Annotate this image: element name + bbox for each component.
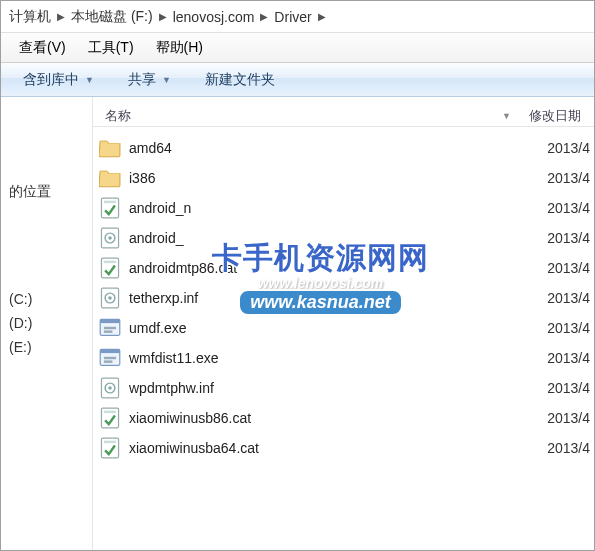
column-name-header[interactable]: 名称: [93, 107, 502, 125]
svg-rect-6: [104, 261, 116, 263]
include-in-library-button[interactable]: 含到库中 ▼: [11, 67, 106, 93]
new-folder-button[interactable]: 新建文件夹: [193, 67, 287, 93]
chevron-right-icon: ▶: [57, 11, 65, 22]
svg-rect-22: [104, 411, 116, 413]
file-row[interactable]: wpdmtphw.inf2013/4: [93, 373, 594, 403]
file-name: umdf.exe: [127, 320, 529, 336]
svg-point-4: [108, 236, 112, 240]
file-pane: 名称 ▼ 修改日期 amd642013/4i3862013/4android_n…: [93, 97, 594, 551]
file-name: xiaomiwinusba64.cat: [127, 440, 529, 456]
chevron-right-icon: ▶: [159, 11, 167, 22]
content-area: 的位置 (C:) (D:) (E:) 名称 ▼ 修改日期 amd642013/4…: [1, 97, 594, 551]
svg-rect-13: [104, 330, 113, 332]
svg-point-20: [108, 386, 112, 390]
file-row[interactable]: wmfdist11.exe2013/4: [93, 343, 594, 373]
file-row[interactable]: android_n2013/4: [93, 193, 594, 223]
file-name: amd64: [127, 140, 529, 156]
svg-rect-15: [100, 349, 120, 353]
share-button[interactable]: 共享 ▼: [116, 67, 183, 93]
share-label: 共享: [128, 71, 156, 89]
include-label: 含到库中: [23, 71, 79, 89]
svg-rect-24: [104, 441, 116, 443]
menubar: 查看(V) 工具(T) 帮助(H): [1, 33, 594, 63]
settings-file-icon: [99, 287, 121, 309]
application-icon: [99, 317, 121, 339]
catalog-file-icon: [99, 197, 121, 219]
nav-drive-e[interactable]: (E:): [1, 335, 92, 359]
file-row[interactable]: tetherxp.inf2013/4: [93, 283, 594, 313]
column-name-label: 名称: [105, 108, 131, 123]
file-row[interactable]: androidmtp86.cat2013/4: [93, 253, 594, 283]
chevron-down-icon: ▼: [162, 75, 171, 85]
file-date: 2013/4: [529, 410, 594, 426]
folder-icon: [99, 167, 121, 189]
svg-rect-12: [104, 327, 116, 329]
menu-tools[interactable]: 工具(T): [78, 35, 144, 61]
svg-point-9: [108, 296, 112, 300]
toolbar: 含到库中 ▼ 共享 ▼ 新建文件夹: [1, 63, 594, 97]
file-date: 2013/4: [529, 350, 594, 366]
column-date-header[interactable]: 修改日期: [529, 107, 594, 125]
file-name: tetherxp.inf: [127, 290, 529, 306]
menu-view[interactable]: 查看(V): [9, 35, 76, 61]
catalog-file-icon: [99, 407, 121, 429]
file-name: android_: [127, 230, 529, 246]
chevron-down-icon: ▼: [85, 75, 94, 85]
file-name: i386: [127, 170, 529, 186]
file-date: 2013/4: [529, 260, 594, 276]
menu-help[interactable]: 帮助(H): [146, 35, 213, 61]
chevron-right-icon: ▶: [318, 11, 326, 22]
newfolder-label: 新建文件夹: [205, 71, 275, 89]
file-date: 2013/4: [529, 380, 594, 396]
settings-file-icon: [99, 377, 121, 399]
file-date: 2013/4: [529, 200, 594, 216]
crumb-computer[interactable]: 计算机: [9, 8, 51, 26]
settings-file-icon: [99, 227, 121, 249]
navigation-pane[interactable]: 的位置 (C:) (D:) (E:): [1, 97, 93, 551]
breadcrumb[interactable]: 计算机 ▶ 本地磁盘 (F:) ▶ lenovosj.com ▶ Driver …: [1, 1, 594, 33]
file-row[interactable]: android_2013/4: [93, 223, 594, 253]
svg-rect-11: [100, 319, 120, 323]
folder-icon: [99, 137, 121, 159]
application-icon: [99, 347, 121, 369]
file-row[interactable]: xiaomiwinusb86.cat2013/4: [93, 403, 594, 433]
chevron-right-icon: ▶: [260, 11, 268, 22]
nav-location[interactable]: 的位置: [1, 177, 92, 207]
svg-rect-1: [104, 201, 116, 203]
crumb-folder-1[interactable]: lenovosj.com: [173, 9, 255, 25]
crumb-drive-f[interactable]: 本地磁盘 (F:): [71, 8, 153, 26]
file-row[interactable]: i3862013/4: [93, 163, 594, 193]
file-name: androidmtp86.cat: [127, 260, 529, 276]
catalog-file-icon: [99, 437, 121, 459]
file-name: wpdmtphw.inf: [127, 380, 529, 396]
nav-drive-c[interactable]: (C:): [1, 287, 92, 311]
file-row[interactable]: amd642013/4: [93, 133, 594, 163]
file-name: wmfdist11.exe: [127, 350, 529, 366]
chevron-down-icon[interactable]: ▼: [502, 111, 511, 121]
file-list[interactable]: amd642013/4i3862013/4android_n2013/4andr…: [93, 127, 594, 551]
svg-rect-17: [104, 360, 113, 362]
file-name: xiaomiwinusb86.cat: [127, 410, 529, 426]
column-headers: 名称 ▼ 修改日期: [93, 97, 594, 127]
file-row[interactable]: umdf.exe2013/4: [93, 313, 594, 343]
catalog-file-icon: [99, 257, 121, 279]
file-row[interactable]: xiaomiwinusba64.cat2013/4: [93, 433, 594, 463]
file-name: android_n: [127, 200, 529, 216]
file-date: 2013/4: [529, 140, 594, 156]
file-date: 2013/4: [529, 170, 594, 186]
file-date: 2013/4: [529, 230, 594, 246]
svg-rect-16: [104, 357, 116, 359]
nav-drive-d[interactable]: (D:): [1, 311, 92, 335]
file-date: 2013/4: [529, 290, 594, 306]
file-date: 2013/4: [529, 320, 594, 336]
crumb-folder-2[interactable]: Driver: [274, 9, 311, 25]
file-date: 2013/4: [529, 440, 594, 456]
